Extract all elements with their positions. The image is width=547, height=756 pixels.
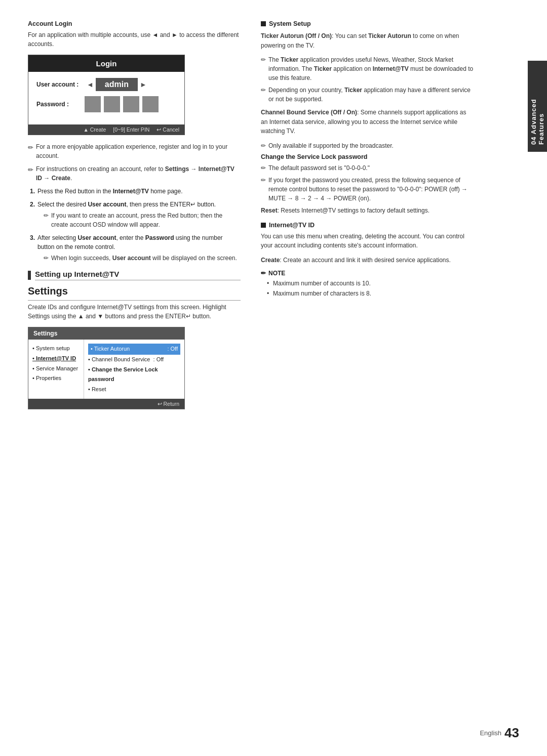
- ticker-note-1: ✏ The Ticker application provides useful…: [261, 55, 474, 82]
- settings-dialog-header: Settings: [28, 327, 184, 340]
- settings-item-system: • System setup: [32, 344, 80, 354]
- login-dialog-header: Login: [28, 55, 184, 72]
- login-dialog-body: User account : ◄ admin ► Password :: [28, 72, 184, 124]
- password-box-1: [85, 96, 101, 112]
- channel-bound-para: Channel Bound Service (Off / On): Some c…: [261, 108, 474, 136]
- ticker-note-text-1: The Ticker application provides useful N…: [268, 55, 474, 82]
- channel-note-1: ✏ Only available if supported by the bro…: [261, 141, 474, 150]
- note-2: ✏ For instructions on creating an accoun…: [28, 164, 241, 183]
- settings-intro: Create IDs and configure Internet@TV set…: [28, 303, 241, 321]
- change-lock-row: • Change the Service Lock password: [88, 365, 180, 385]
- sub-note-text-3: When login succeeds, User account will b…: [51, 254, 237, 263]
- settings-dialog-body: • System setup • Internet@TV ID • Servic…: [28, 340, 184, 399]
- side-tab-label: 04 Advanced Features: [530, 68, 545, 145]
- item-3-text: After selecting User account, enter the …: [37, 234, 223, 250]
- note-bullet-2: Maximum number of characters is 8.: [267, 289, 474, 299]
- user-next-arrow[interactable]: ►: [138, 80, 149, 89]
- note-bullet-1: Maximum number of accounts is 10.: [267, 279, 474, 288]
- footer-enter-pin: [0~9] Enter PIN: [113, 127, 149, 133]
- note-box: ✏ NOTE Maximum number of accounts is 10.…: [261, 270, 474, 298]
- ticker-note-icon-2: ✏: [261, 86, 266, 95]
- item-2-subnote: ✏ If you want to create an account, pres…: [44, 211, 241, 229]
- channel-note-icon-1: ✏: [261, 141, 266, 150]
- note-bullet-list: Maximum number of accounts is 10. Maximu…: [261, 279, 474, 298]
- left-column: Account Login For an application with mu…: [28, 20, 241, 736]
- account-login-title: Account Login: [28, 20, 241, 27]
- ticker-note-2: ✏ Depending on your country, Ticker appl…: [261, 86, 474, 104]
- internet-tv-id-title-text: Internet@TV ID: [269, 222, 315, 229]
- internet-tv-id-text: You can use this menu when creating, del…: [261, 232, 474, 250]
- system-setup-title: System Setup: [261, 20, 474, 27]
- password-box-3: [123, 96, 139, 112]
- settings-item-service: • Service Manager: [32, 364, 80, 374]
- user-prev-arrow[interactable]: ◄: [85, 80, 96, 89]
- settings-item-properties: • Properties: [32, 373, 80, 384]
- lock-note-2: ✏ If you forget the password you created…: [261, 176, 474, 203]
- footer-language: English: [480, 729, 501, 737]
- settings-dialog: Settings • System setup • Internet@TV ID…: [28, 327, 185, 409]
- num-1: 1.: [30, 187, 35, 196]
- lock-note-icon-2: ✏: [261, 176, 266, 185]
- numbered-item-2: 2. Select the desired User account, then…: [30, 200, 241, 229]
- user-account-label: User account :: [36, 81, 85, 88]
- internet-tv-id-section: Internet@TV ID You can use this menu whe…: [261, 222, 474, 299]
- user-account-row: User account : ◄ admin ►: [36, 78, 176, 91]
- right-column: System Setup Ticker Autorun (Off / On): …: [261, 20, 474, 736]
- section-bar: [28, 271, 31, 280]
- sub-note-icon-2: ✏: [44, 211, 49, 220]
- ticker-autorun-row: • Ticker Autorun : Off: [88, 344, 180, 355]
- lock-note-text-1: The default password set is "0-0-0-0.": [268, 163, 370, 173]
- black-square-icon-2: [261, 223, 266, 228]
- num-2: 2.: [30, 200, 35, 229]
- footer-cancel: ↩ Cancel: [157, 127, 179, 133]
- password-row: Password :: [36, 96, 176, 112]
- setting-up-title: Setting up Internet@TV: [35, 270, 241, 280]
- lock-note-1: ✏ The default password set is "0-0-0-0.": [261, 163, 474, 173]
- login-dialog: Login User account : ◄ admin ► Password …: [28, 55, 185, 135]
- ticker-note-text-2: Depending on your country, Ticker applic…: [268, 86, 474, 104]
- reset-row: • Reset: [88, 385, 180, 395]
- item-2-text: Select the desired User account, then pr…: [37, 201, 216, 208]
- note-box-title: ✏ NOTE: [261, 270, 474, 277]
- ticker-autorun-para: Ticker Autorun (Off / On): You can set T…: [261, 31, 474, 50]
- numbered-item-3: 3. After selecting User account, enter t…: [30, 233, 241, 263]
- ticker-value: : Off: [167, 344, 178, 354]
- password-label: Password :: [36, 101, 85, 108]
- password-box-4: [142, 96, 159, 112]
- sub-note-text-2: If you want to create an account, press …: [51, 211, 241, 229]
- channel-note-text-1: Only available if supported by the broad…: [268, 141, 394, 150]
- black-square-icon: [261, 21, 266, 26]
- item-3-content: After selecting User account, enter the …: [37, 233, 241, 263]
- channel-bound-row: • Channel Bound Service : Off: [88, 355, 180, 365]
- settings-dialog-footer: ↩ Return: [28, 399, 184, 409]
- numbered-list: 1. Press the Red button in the Internet@…: [30, 187, 241, 263]
- note-pen-icon: ✏: [261, 270, 266, 277]
- note-box-title-text: NOTE: [268, 270, 285, 277]
- page-number: 43: [504, 725, 519, 741]
- system-setup-section: System Setup Ticker Autorun (Off / On): …: [261, 20, 474, 216]
- numbered-item-1: 1. Press the Red button in the Internet@…: [30, 187, 241, 196]
- settings-right-panel: • Ticker Autorun : Off • Channel Bound S…: [84, 340, 184, 399]
- account-login-intro: For an application with multiple account…: [28, 30, 241, 49]
- password-boxes: [85, 96, 159, 112]
- settings-left-panel: • System setup • Internet@TV ID • Servic…: [28, 340, 84, 399]
- note-icon-2: ✏: [28, 165, 33, 175]
- note-text-1: For a more enjoyable application experie…: [36, 142, 241, 160]
- item-2-content: Select the desired User account, then pr…: [37, 200, 241, 229]
- side-tab: 04 Advanced Features: [528, 61, 547, 152]
- internet-tv-create-text: Create: Create an account and link it wi…: [261, 256, 474, 265]
- ticker-label: • Ticker Autorun: [91, 344, 130, 354]
- lock-note-icon-1: ✏: [261, 163, 266, 173]
- item-3-subnote: ✏ When login succeeds, User account will…: [44, 254, 241, 263]
- internet-tv-id-title: Internet@TV ID: [261, 222, 474, 229]
- settings-item-internet: • Internet@TV ID: [32, 354, 80, 364]
- page-footer: English 43: [480, 725, 519, 741]
- login-dialog-footer: ▲ Create [0~9] Enter PIN ↩ Cancel: [28, 124, 184, 135]
- note-icon-1: ✏: [28, 143, 33, 153]
- sub-note-icon-3: ✏: [44, 254, 49, 263]
- item-1-text: Press the Red button in the Internet@TV …: [37, 187, 183, 196]
- ticker-note-icon-1: ✏: [261, 55, 266, 64]
- setting-up-divider: Setting up Internet@TV: [28, 270, 241, 280]
- note-1: ✏ For a more enjoyable application exper…: [28, 142, 241, 160]
- settings-main-title: Settings: [28, 285, 241, 301]
